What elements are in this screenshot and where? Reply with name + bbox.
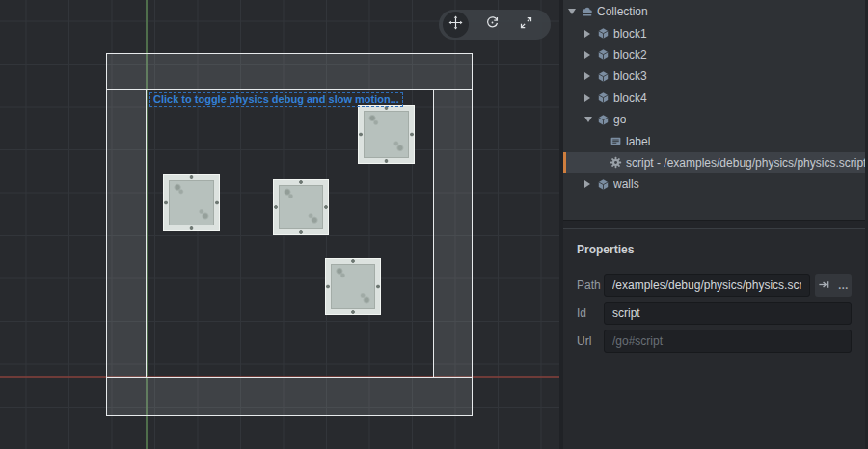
outline-properties-divider[interactable] [563, 220, 865, 229]
block-sprite[interactable] [358, 105, 415, 164]
wall-left[interactable] [106, 89, 147, 378]
outline-item-walls[interactable]: walls [563, 173, 865, 195]
wall-bottom[interactable] [106, 377, 473, 416]
scale-tool-button[interactable] [515, 14, 536, 36]
outline-item-script[interactable]: script - /examples/debug/physics/physics… [563, 152, 865, 173]
wall-top[interactable] [106, 53, 473, 90]
outline-item-label: block4 [613, 92, 647, 105]
outline-item-go[interactable]: go [563, 109, 865, 130]
block-sprite[interactable] [163, 174, 220, 231]
outline-item-label: block3 [613, 69, 647, 83]
chevron-down-icon[interactable] [584, 117, 597, 122]
scene-viewport[interactable]: Click to toggle physics debug and slow m… [0, 0, 559, 449]
outline-item-label: block2 [613, 48, 647, 62]
chevron-right-icon[interactable] [584, 51, 597, 59]
defold-editor-window: Click to toggle physics debug and slow m… [0, 0, 868, 449]
properties-title: Properties [577, 243, 852, 256]
right-panel: Collection block1 [563, 0, 868, 449]
gameobject-icon [597, 70, 613, 83]
outline-item-label: script - /examples/debug/physics/physics… [626, 156, 865, 170]
id-input[interactable] [604, 302, 852, 325]
outline-item-label: block1 [613, 27, 647, 40]
block-sprite-face [169, 180, 214, 225]
path-input[interactable] [604, 274, 810, 297]
outline-item-label: walls [613, 177, 639, 191]
collection-icon [581, 5, 597, 18]
path-field-label: Path [577, 278, 604, 292]
gameobject-icon [597, 178, 613, 191]
move-tool-button[interactable] [443, 12, 469, 38]
id-field-label: Id [577, 306, 604, 320]
move-icon [448, 15, 463, 34]
script-gear-icon [610, 156, 626, 169]
block-sprite[interactable] [325, 258, 381, 315]
viewport-tool-toolbar [439, 10, 551, 40]
gameobject-icon [597, 114, 613, 126]
property-row-id: Id [577, 302, 852, 325]
outline-item-label: Collection [597, 5, 648, 18]
open-resource-button[interactable] [816, 276, 832, 295]
browse-path-button[interactable]: … [835, 276, 852, 295]
block-sprite-face [279, 185, 323, 229]
physics-debug-hint-label[interactable]: Click to toggle physics debug and slow m… [149, 92, 403, 107]
outline-item-label-component[interactable]: label [563, 130, 865, 151]
url-input[interactable] [604, 330, 852, 353]
jump-to-resource-icon [818, 278, 830, 293]
outline-item-block4[interactable]: block4 [563, 88, 865, 109]
chevron-right-icon[interactable] [584, 180, 597, 188]
gameobject-icon [597, 27, 613, 40]
outline-item-block2[interactable]: block2 [563, 44, 865, 66]
outline-item-collection[interactable]: Collection [563, 1, 865, 22]
outline-tree: Collection block1 [563, 0, 865, 220]
property-row-path: Path … [577, 274, 852, 297]
url-field-label: Url [577, 334, 604, 348]
outline-item-block3[interactable]: block3 [563, 66, 865, 87]
gameobject-icon [597, 92, 613, 104]
gameobject-icon [597, 48, 613, 61]
chevron-right-icon[interactable] [584, 94, 597, 102]
block-sprite-face [331, 264, 375, 309]
chevron-right-icon[interactable] [584, 30, 597, 38]
block-sprite-face [364, 111, 409, 158]
property-row-url: Url [577, 330, 852, 353]
chevron-down-icon[interactable] [568, 9, 581, 14]
block-sprite[interactable] [273, 179, 329, 235]
outline-item-label: go [613, 113, 626, 126]
rotate-icon [485, 15, 500, 34]
wall-right[interactable] [433, 89, 473, 378]
scale-icon [519, 15, 533, 34]
properties-panel: Properties Path … [563, 229, 865, 449]
outline-item-block1[interactable]: block1 [563, 22, 865, 43]
rotate-tool-button[interactable] [481, 14, 502, 36]
label-icon [610, 135, 626, 147]
chevron-right-icon[interactable] [584, 72, 597, 80]
path-button-group: … [815, 274, 852, 297]
outline-item-label: label [626, 135, 650, 148]
